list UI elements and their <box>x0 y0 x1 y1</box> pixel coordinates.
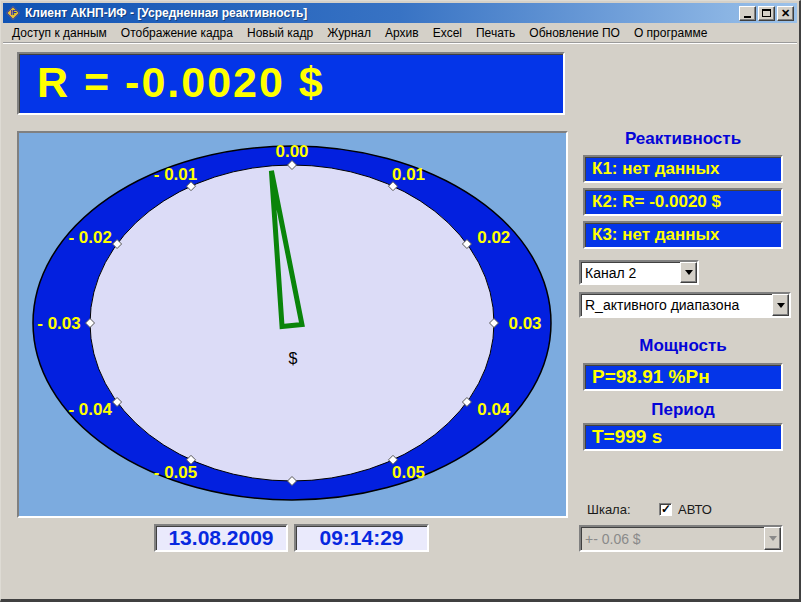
menu-item-about[interactable]: О программе <box>627 24 714 42</box>
scale-label: Шкала: <box>587 502 659 517</box>
gauge-tick-label: 0.04 <box>477 400 511 419</box>
checkmark-icon: ✓ <box>661 502 671 516</box>
title-bar[interactable]: IF Клиент АКНП-ИФ - [Усредненная реактив… <box>3 3 797 23</box>
period-value: Т=999 s <box>583 423 783 451</box>
menu-item-new-frame[interactable]: Новый кадр <box>240 24 320 42</box>
scale-range-value: +- 0.06 $ <box>581 531 764 547</box>
channel-2-status: К2: R= -0.0020 $ <box>583 188 783 216</box>
parameter-select[interactable]: R_активного диапазона <box>579 292 791 318</box>
channel-select-value: Канал 2 <box>581 265 680 281</box>
gauge-tick-label: - 0.04 <box>68 400 112 419</box>
maximize-button[interactable] <box>758 6 775 21</box>
maximize-icon <box>762 9 771 17</box>
minimize-icon <box>744 16 751 18</box>
app-window: IF Клиент АКНП-ИФ - [Усредненная реактив… <box>0 0 801 602</box>
channel-select[interactable]: Канал 2 <box>579 260 699 285</box>
gauge-tick-label: 0.01 <box>392 165 425 184</box>
parameter-select-dropdown-button[interactable] <box>772 294 789 316</box>
channel-3-status: К3: нет данных <box>583 221 783 249</box>
menu-item-excel[interactable]: Excel <box>426 24 469 42</box>
menu-item-data-access[interactable]: Доступ к данным <box>5 24 114 42</box>
scale-range-select: +- 0.06 $ <box>579 525 783 552</box>
menu-item-frame-display[interactable]: Отображение кадра <box>114 24 240 42</box>
app-icon-label: IF <box>6 9 21 16</box>
scale-auto-label: АВТО <box>678 502 712 517</box>
gauge-tick-label: - 0.02 <box>68 228 111 247</box>
gauge-tick-label: - 0.01 <box>154 165 197 184</box>
scale-auto-checkbox[interactable]: ✓ <box>659 503 672 516</box>
power-section-title: Мощность <box>583 336 783 356</box>
minimize-button[interactable] <box>739 6 756 21</box>
gauge-unit-label: $ <box>289 350 298 367</box>
window-title: Клиент АКНП-ИФ - [Усредненная реактивнос… <box>25 6 739 20</box>
gauge-tick-label: 0.00 <box>275 142 308 161</box>
menu-item-print[interactable]: Печать <box>469 24 522 42</box>
channel-1-status: К1: нет данных <box>583 155 783 183</box>
scale-controls: Шкала: ✓ АВТО <box>587 502 712 517</box>
channel-select-dropdown-button[interactable] <box>680 262 697 283</box>
gauge-dial: 0.000.010.020.030.040.05- 0.01- 0.02- 0.… <box>19 133 566 516</box>
gauge-tick-label: - 0.05 <box>154 463 197 482</box>
gauge-tick-label: 0.02 <box>477 228 510 247</box>
date-display: 13.08.2009 <box>154 524 288 552</box>
close-icon: ✕ <box>781 8 790 19</box>
reactivity-gauge: 0.000.010.020.030.040.05- 0.01- 0.02- 0.… <box>17 131 568 518</box>
time-display: 09:14:29 <box>294 524 429 552</box>
close-button[interactable]: ✕ <box>777 6 794 21</box>
menu-bar: Доступ к данным Отображение кадра Новый … <box>3 23 797 43</box>
period-section-title: Период <box>583 400 783 420</box>
menu-item-software-update[interactable]: Обновление ПО <box>522 24 627 42</box>
app-icon: IF <box>6 6 21 21</box>
gauge-tick-label: 0.03 <box>508 314 541 333</box>
gauge-tick-label: 0.05 <box>392 463 425 482</box>
reactivity-section-title: Реактивность <box>583 129 783 149</box>
menu-item-journal[interactable]: Журнал <box>320 24 378 42</box>
scale-range-dropdown-button <box>764 527 781 550</box>
power-value: Р=98.91 %Рн <box>583 363 783 391</box>
chevron-down-icon <box>685 270 693 279</box>
menu-item-archive[interactable]: Архив <box>378 24 426 42</box>
reactivity-readout: R = -0.0020 $ <box>17 52 565 115</box>
gauge-tick-label: - 0.03 <box>37 314 80 333</box>
chevron-down-icon <box>769 536 777 545</box>
parameter-select-value: R_активного диапазона <box>581 297 772 313</box>
chevron-down-icon <box>777 303 785 312</box>
